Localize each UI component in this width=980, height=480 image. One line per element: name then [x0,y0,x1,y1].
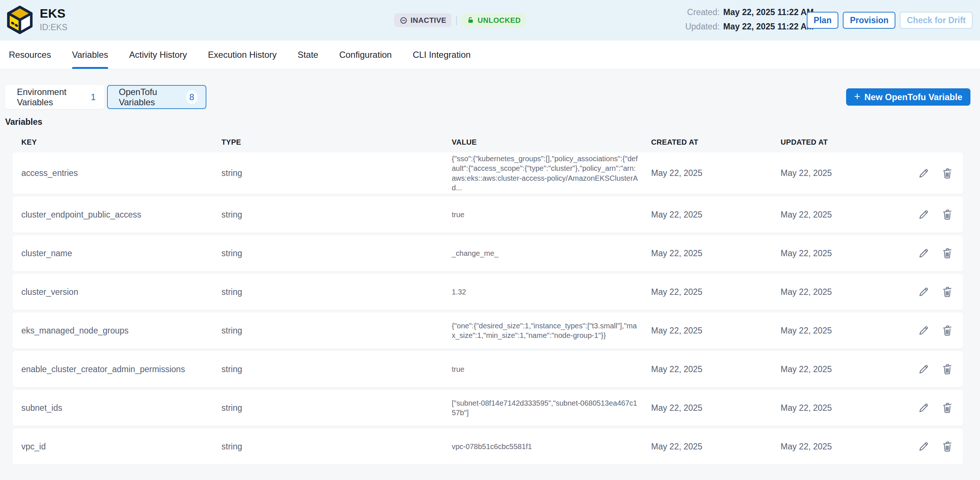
table-row: enable_cluster_creator_admin_permissions… [13,351,963,387]
variable-updated-at: May 22, 2025 [781,249,876,258]
variables-toolbar: Environment Variables 1 OpenTofu Variabl… [5,85,975,109]
variable-created-at: May 22, 2025 [651,168,781,178]
timestamps: Created: May 22, 2025 11:22 AM Updated: … [685,7,814,32]
column-header-key: KEY [21,138,221,147]
edit-variable-button[interactable] [917,246,931,260]
variable-created-at: May 22, 2025 [651,364,781,374]
variable-type: string [221,326,452,336]
row-actions [876,362,954,376]
delete-variable-button[interactable] [940,207,954,222]
created-label: Created: [685,7,719,17]
delete-variable-button[interactable] [940,285,954,299]
tab-environment-variables[interactable]: Environment Variables 1 [5,85,105,109]
delete-variable-button[interactable] [940,362,954,376]
variable-key: cluster_endpoint_public_access [21,210,221,220]
variable-updated-at: May 22, 2025 [781,364,876,374]
main-tabs: ResourcesVariablesActivity HistoryExecut… [0,40,980,69]
tab-variables[interactable]: Variables [72,40,108,69]
unlock-icon [467,17,474,24]
table-row: subnet_ids string ["subnet-08f14e7142d33… [13,390,963,426]
tab-state[interactable]: State [298,40,318,69]
table-row: vpc_id string vpc-078b51c6cbc5581f1 May … [13,429,963,464]
variable-key: cluster_version [21,287,221,297]
tab-activity-history[interactable]: Activity History [129,40,187,69]
tab-configuration[interactable]: Configuration [339,40,392,69]
updated-label: Updated: [685,22,719,32]
status-badge: INACTIVE [395,14,451,27]
variable-updated-at: May 22, 2025 [781,287,876,297]
stack-brand: EKS ID:EKS [6,5,67,36]
row-actions [876,166,954,180]
tab-resources[interactable]: Resources [9,40,51,69]
variable-key: subnet_ids [21,403,221,413]
tab-cli-integration[interactable]: CLI Integration [413,40,471,69]
edit-variable-button[interactable] [917,166,931,180]
table-body: access_entries string {"sso":{"kubernete… [13,152,963,464]
status-badges: INACTIVE UNLOCKED [395,14,526,27]
tab-opentofu-variables[interactable]: OpenTofu Variables 8 [107,85,206,109]
tab-execution-history[interactable]: Execution History [208,40,277,69]
variable-type: string [221,364,452,374]
edit-variable-button[interactable] [917,324,931,338]
delete-variable-button[interactable] [940,166,954,180]
column-header-value: VALUE [452,138,651,147]
table-row: access_entries string {"sso":{"kubernete… [13,152,963,194]
divider [456,16,457,25]
variable-updated-at: May 22, 2025 [781,210,876,220]
row-actions [876,324,954,338]
variable-value: {"sso":{"kubernetes_groups":[],"policy_a… [452,154,651,193]
row-actions [876,401,954,415]
column-header-type: TYPE [221,138,452,147]
variable-value: _change_me_ [452,249,651,258]
edit-variable-button[interactable] [917,207,931,222]
variables-page: Environment Variables 1 OpenTofu Variabl… [0,69,980,480]
opentofu-variables-count: 8 [186,91,197,104]
delete-variable-button[interactable] [940,324,954,338]
edit-variable-button[interactable] [917,362,931,376]
column-header-created-at: CREATED AT [651,138,781,147]
row-actions [876,440,954,453]
column-header-updated-at: UPDATED AT [781,138,876,147]
table-row: cluster_endpoint_public_access string tr… [13,196,963,233]
variable-key: cluster_name [21,249,221,258]
variable-value: 1.32 [452,287,651,297]
variable-type: string [221,249,452,258]
variable-type: string [221,442,452,452]
variable-updated-at: May 22, 2025 [781,326,876,336]
table-row: cluster_name string _change_me_ May 22, … [13,235,963,271]
variable-key: eks_managed_node_groups [21,326,221,336]
check-for-drift-button[interactable]: Check for Drift [900,12,973,29]
delete-variable-button[interactable] [940,401,954,415]
edit-variable-button[interactable] [917,401,931,415]
plus-icon: + [854,91,861,102]
delete-variable-button[interactable] [940,246,954,260]
variable-created-at: May 22, 2025 [651,249,781,258]
stack-header: EKS ID:EKS INACTIVE UNLOCKED Created: [0,0,980,40]
variable-value: true [452,210,651,219]
variable-created-at: May 22, 2025 [651,287,781,297]
variable-type: string [221,287,452,297]
row-actions [876,207,954,222]
edit-variable-button[interactable] [917,285,931,299]
variable-type: string [221,403,452,413]
cube-logo-icon [6,5,33,36]
variable-key: vpc_id [21,442,221,452]
variable-value: vpc-078b51c6cbc5581f1 [452,442,651,451]
created-value: May 22, 2025 11:22 AM [723,7,814,17]
delete-variable-button[interactable] [940,440,954,453]
row-actions [876,285,954,299]
variable-value: ["subnet-08f14e7142d333595","subnet-0680… [452,398,651,418]
new-opentofu-variable-button[interactable]: + New OpenTofu Variable [846,88,970,106]
edit-variable-button[interactable] [917,440,931,453]
provision-button[interactable]: Provision [843,12,896,29]
table-row: cluster_version string 1.32 May 22, 2025… [13,274,963,310]
variables-heading: Variables [5,117,975,127]
row-actions [876,246,954,260]
header-actions: Plan Provision Check for Drift [807,12,973,29]
variable-value: true [452,364,651,374]
page-title: EKS [40,6,67,21]
variable-created-at: May 22, 2025 [651,210,781,220]
table-column-headers: KEYTYPEVALUECREATED ATUPDATED AT [13,138,963,147]
variable-key: enable_cluster_creator_admin_permissions [21,364,221,374]
plan-button[interactable]: Plan [807,12,839,29]
